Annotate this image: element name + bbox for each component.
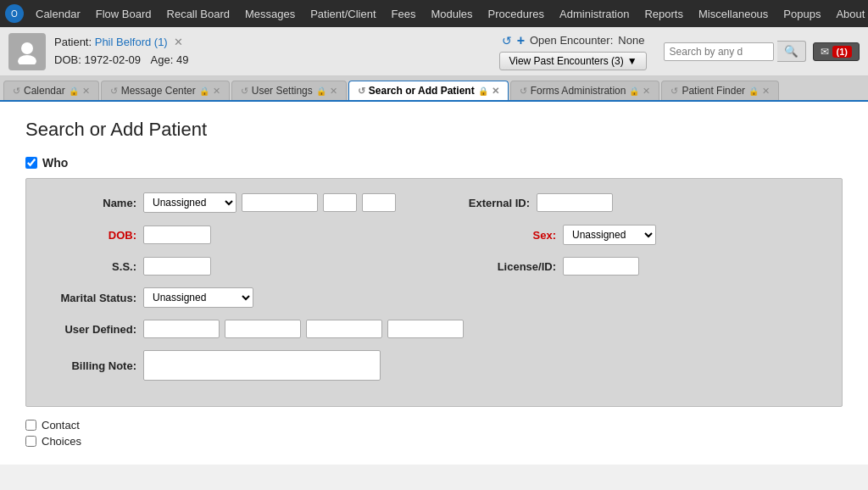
marital-row: Marital Status: Unassigned Single Marrie…: [43, 287, 825, 308]
tab-label: User Settings: [252, 85, 313, 97]
tab-refresh-icon: ↺: [670, 86, 678, 97]
tab-label: Calendar: [24, 85, 65, 97]
tab-close-icon[interactable]: ✕: [762, 86, 770, 97]
billing-label: Billing Note:: [43, 359, 136, 372]
ss-input[interactable]: [143, 257, 211, 276]
tab-bar: ↺ Calendar 🔒 ✕ ↺ Message Center 🔒 ✕ ↺ Us…: [0, 76, 868, 102]
past-encounters-button[interactable]: View Past Encounters (3) ▼: [499, 52, 646, 70]
dropdown-arrow-icon: ▼: [627, 55, 637, 67]
marital-label: Marital Status:: [43, 292, 136, 304]
tab-label: Message Center: [121, 85, 196, 97]
nav-flowboard[interactable]: Flow Board: [89, 4, 159, 24]
patient-close-icon[interactable]: ✕: [174, 36, 183, 48]
tab-patient-finder[interactable]: ↺ Patient Finder 🔒 ✕: [661, 81, 779, 100]
tab-refresh-icon: ↺: [358, 86, 365, 97]
name-inputs: Unassigned Mr. Mrs. Ms. Dr.: [143, 192, 396, 213]
user-defined-input-2[interactable]: [225, 320, 301, 338]
user-defined-input-4[interactable]: [387, 320, 464, 338]
app-logo: O: [5, 4, 24, 23]
tab-user-settings[interactable]: ↺ User Settings 🔒 ✕: [231, 81, 347, 100]
user-defined-input-3[interactable]: [306, 320, 382, 338]
license-label: License/ID:: [463, 260, 556, 273]
tab-close-icon[interactable]: ✕: [82, 86, 90, 97]
license-input[interactable]: [563, 257, 639, 276]
who-checkbox[interactable]: [25, 157, 37, 169]
tab-calendar[interactable]: ↺ Calendar 🔒 ✕: [3, 81, 99, 100]
nav-patient[interactable]: Patient/Client: [303, 4, 382, 24]
encounter-refresh-icon[interactable]: ↺: [502, 34, 512, 47]
patient-info: Patient: Phil Belford (1) ✕ DOB: 1972-02…: [54, 34, 482, 70]
patient-avatar: [8, 33, 46, 70]
who-label: Who: [42, 156, 68, 170]
nav-messages[interactable]: Messages: [238, 4, 302, 24]
billing-note-row: Billing Note:: [43, 350, 825, 381]
mail-button[interactable]: ✉ (1): [813, 42, 860, 61]
contact-checkbox[interactable]: [25, 420, 36, 431]
nav-about[interactable]: About: [829, 4, 868, 24]
patient-label: Patient:: [54, 36, 92, 48]
ss-label: S.S.:: [43, 260, 136, 273]
nav-fees[interactable]: Fees: [385, 4, 423, 24]
encounter-value: None: [618, 34, 644, 47]
tab-close-icon[interactable]: ✕: [213, 86, 220, 97]
search-button[interactable]: 🔍: [777, 41, 806, 62]
tab-lock-icon: 🔒: [199, 86, 209, 96]
tab-lock-icon: 🔒: [629, 86, 639, 96]
patient-name-link[interactable]: Phil Belford (1): [95, 36, 168, 48]
user-defined-input-1[interactable]: [143, 320, 220, 338]
who-section-header: Who: [25, 156, 843, 170]
choices-checkbox[interactable]: [25, 436, 36, 447]
patient-bar: Patient: Phil Belford (1) ✕ DOB: 1972-02…: [0, 27, 868, 76]
external-id-label: External ID:: [453, 197, 530, 209]
ss-license-row: S.S.: License/ID:: [43, 257, 825, 276]
external-id-input[interactable]: [537, 193, 613, 212]
nav-procedures[interactable]: Procedures: [481, 4, 551, 24]
nav-recallboard[interactable]: Recall Board: [160, 4, 236, 24]
last-name-input[interactable]: [242, 193, 318, 212]
tab-forms-administration[interactable]: ↺ Forms Administration 🔒 ✕: [510, 81, 660, 100]
search-icon: 🔍: [784, 45, 798, 58]
mi-input[interactable]: [362, 193, 396, 212]
dob-input[interactable]: [143, 226, 211, 244]
page-title: Search or Add Patient: [25, 119, 843, 141]
sex-label: Sex:: [463, 229, 556, 242]
user-defined-label: User Defined:: [43, 323, 136, 336]
tab-lock-icon: 🔒: [478, 86, 488, 96]
mail-icon: ✉: [821, 46, 829, 58]
tab-label: Patient Finder: [682, 85, 745, 97]
tab-lock-icon: 🔒: [69, 86, 79, 96]
nav-calendar[interactable]: Calendar: [29, 4, 87, 24]
dob-label: DOB:: [43, 229, 136, 242]
tab-close-icon[interactable]: ✕: [492, 86, 499, 97]
search-input[interactable]: [664, 42, 774, 61]
encounter-area: ↺ + Open Encounter: None View Past Encou…: [499, 33, 646, 70]
svg-point-2: [21, 42, 33, 54]
name-row: Name: Unassigned Mr. Mrs. Ms. Dr. Extern…: [43, 192, 825, 213]
user-defined-inputs: [143, 320, 464, 338]
tab-label: Search or Add Patient: [369, 85, 475, 97]
marital-select[interactable]: Unassigned Single Married Divorced Widow…: [143, 287, 253, 308]
nav-administration[interactable]: Administration: [553, 4, 636, 24]
sex-select[interactable]: Unassigned Male Female Other: [563, 225, 656, 245]
contact-label: Contact: [42, 419, 80, 432]
nav-reports[interactable]: Reports: [637, 4, 690, 24]
tab-refresh-icon: ↺: [110, 86, 118, 97]
tab-lock-icon: 🔒: [316, 86, 326, 96]
billing-input[interactable]: [143, 350, 381, 381]
first-name-input[interactable]: [323, 193, 357, 212]
contact-section: Contact: [25, 419, 843, 432]
nav-modules[interactable]: Modules: [424, 4, 479, 24]
tab-message-center[interactable]: ↺ Message Center 🔒 ✕: [101, 81, 230, 100]
tab-search-add-patient[interactable]: ↺ Search or Add Patient 🔒 ✕: [348, 81, 509, 100]
svg-text:O: O: [11, 9, 18, 19]
name-prefix-select[interactable]: Unassigned Mr. Mrs. Ms. Dr.: [143, 192, 236, 213]
search-bar-area: 🔍 ✉ (1): [664, 41, 860, 62]
encounter-add-icon[interactable]: +: [517, 33, 525, 48]
tab-close-icon[interactable]: ✕: [643, 86, 650, 97]
dob-value: 1972-02-09: [84, 53, 141, 66]
tab-refresh-icon: ↺: [241, 86, 248, 97]
tab-close-icon[interactable]: ✕: [330, 86, 337, 97]
nav-popups[interactable]: Popups: [776, 4, 827, 24]
name-label: Name:: [43, 197, 136, 209]
nav-misc[interactable]: Miscellaneous: [692, 4, 775, 24]
